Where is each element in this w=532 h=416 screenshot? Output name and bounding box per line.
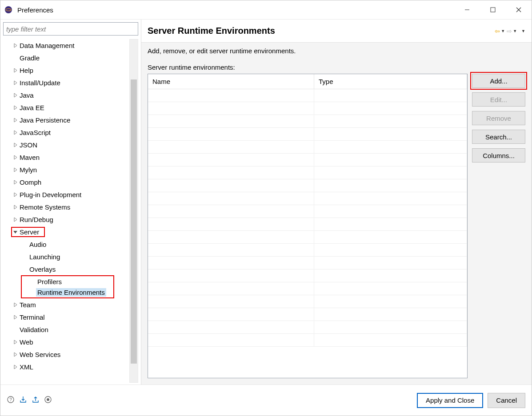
tree-item-plug-in-development[interactable]: Plug-in Development: [3, 188, 129, 201]
search-button[interactable]: Search...: [472, 130, 525, 144]
maximize-button[interactable]: [480, 1, 506, 19]
chevron-right-icon[interactable]: [12, 143, 18, 147]
chevron-right-icon[interactable]: [12, 205, 18, 209]
table-row[interactable]: [148, 154, 467, 166]
nav-forward-menu-icon[interactable]: ▼: [513, 29, 517, 33]
tree-item-oomph[interactable]: Oomph: [3, 176, 129, 188]
chevron-right-icon[interactable]: [12, 365, 18, 369]
tree-item-label: Overlays: [28, 265, 57, 273]
tree-item-team[interactable]: Team: [3, 298, 129, 311]
columns-button[interactable]: Columns...: [472, 148, 525, 162]
export-icon[interactable]: [32, 396, 40, 405]
chevron-down-icon[interactable]: [12, 230, 18, 234]
import-icon[interactable]: [19, 396, 27, 405]
table-row[interactable]: [148, 282, 467, 295]
tree-item-label: Web Services: [18, 350, 62, 359]
chevron-right-icon[interactable]: [12, 303, 18, 307]
minimize-button[interactable]: [454, 1, 480, 19]
chevron-right-icon[interactable]: [12, 68, 18, 72]
table-row[interactable]: [148, 141, 467, 154]
tree-item-web-services[interactable]: Web Services: [3, 348, 129, 361]
table-row[interactable]: [148, 257, 467, 269]
table-row[interactable]: [148, 192, 467, 205]
nav-icons: ⇦ ▼ ⇨ ▼ ▼: [495, 28, 525, 35]
chevron-right-icon[interactable]: [12, 340, 18, 344]
table-row[interactable]: [148, 89, 467, 102]
window-title: Preferences: [17, 6, 53, 14]
tree-item-label: Team: [18, 301, 37, 309]
table-row[interactable]: [148, 179, 467, 192]
table-row[interactable]: [148, 269, 467, 282]
table-row[interactable]: [148, 244, 467, 257]
table-row[interactable]: [148, 205, 467, 218]
runtime-table[interactable]: Name Type: [148, 74, 468, 378]
tree-item-javascript[interactable]: JavaScript: [3, 126, 129, 139]
table-row[interactable]: [148, 102, 467, 115]
chevron-right-icon[interactable]: [12, 44, 18, 48]
tree-item-json[interactable]: JSON: [3, 139, 129, 151]
tree-item-maven[interactable]: Maven: [3, 151, 129, 163]
chevron-right-icon[interactable]: [12, 315, 18, 319]
table-row[interactable]: [148, 231, 467, 244]
tree-item-audio[interactable]: Audio: [3, 238, 129, 250]
table-area: Name Type Add... Edit... Remove Search..…: [148, 74, 525, 378]
column-type[interactable]: Type: [314, 74, 467, 89]
tree-item-run-debug[interactable]: Run/Debug: [3, 213, 129, 226]
table-row[interactable]: [148, 321, 467, 334]
apply-close-button[interactable]: Apply and Close: [417, 393, 483, 408]
table-row[interactable]: [148, 334, 467, 347]
scrollbar-thumb[interactable]: [131, 79, 137, 364]
nav-forward-icon[interactable]: ⇨: [507, 28, 512, 35]
chevron-right-icon[interactable]: [12, 93, 18, 97]
tree-item-help[interactable]: Help: [3, 64, 129, 76]
tree-item-terminal[interactable]: Terminal: [3, 311, 129, 323]
tree-item-install-update[interactable]: Install/Update: [3, 76, 129, 89]
cancel-button[interactable]: Cancel: [488, 393, 525, 408]
table-row[interactable]: [148, 218, 467, 231]
close-button[interactable]: [506, 1, 532, 19]
filter-input[interactable]: [3, 22, 138, 36]
table-row[interactable]: [148, 128, 467, 141]
tree-item-data-management[interactable]: Data Management: [3, 39, 129, 52]
tree-item-remote-systems[interactable]: Remote Systems: [3, 201, 129, 213]
chevron-right-icon[interactable]: [12, 180, 18, 184]
nav-back-menu-icon[interactable]: ▼: [501, 29, 505, 33]
tree-item-mylyn[interactable]: Mylyn: [3, 163, 129, 176]
tree-item-validation[interactable]: Validation: [3, 323, 129, 336]
tree-item-java[interactable]: Java: [3, 89, 129, 101]
chevron-right-icon[interactable]: [12, 193, 18, 197]
tree-item-web[interactable]: Web: [3, 336, 129, 348]
chevron-right-icon[interactable]: [12, 131, 18, 135]
tree-item-java-ee[interactable]: Java EE: [3, 101, 129, 114]
column-name[interactable]: Name: [148, 74, 314, 89]
table-row[interactable]: [148, 166, 467, 179]
tree-item-xml[interactable]: XML: [3, 361, 129, 373]
tree-item-runtime-environments[interactable]: Runtime Environments: [22, 287, 113, 297]
preferences-tree[interactable]: Data ManagementGradleHelpInstall/UpdateJ…: [3, 37, 129, 384]
add-button[interactable]: Add...: [472, 74, 525, 88]
tree-item-profilers[interactable]: Profilers: [22, 276, 113, 287]
chevron-right-icon[interactable]: [12, 168, 18, 172]
tree-item-launching[interactable]: Launching: [3, 250, 129, 263]
chevron-right-icon[interactable]: [12, 218, 18, 222]
table-row[interactable]: [148, 115, 467, 128]
chevron-right-icon[interactable]: [12, 155, 18, 159]
edit-button[interactable]: Edit...: [472, 92, 525, 107]
chevron-right-icon[interactable]: [12, 81, 18, 85]
nav-menu-icon[interactable]: ▼: [521, 29, 525, 33]
tree-scrollbar[interactable]: [129, 39, 138, 383]
tree-item-java-persistence[interactable]: Java Persistence: [3, 114, 129, 126]
tree-item-server[interactable]: Server: [3, 226, 129, 238]
tree-item-label: Validation: [18, 325, 50, 334]
nav-back-icon[interactable]: ⇦: [495, 28, 500, 35]
table-row[interactable]: [148, 308, 467, 321]
chevron-right-icon[interactable]: [12, 106, 18, 110]
help-icon[interactable]: ?: [7, 396, 15, 405]
oomph-record-icon[interactable]: [44, 396, 52, 405]
chevron-right-icon[interactable]: [12, 118, 18, 122]
tree-item-gradle[interactable]: Gradle: [3, 52, 129, 64]
tree-item-overlays[interactable]: Overlays: [3, 263, 129, 275]
table-row[interactable]: [148, 295, 467, 308]
chevron-right-icon[interactable]: [12, 353, 18, 357]
remove-button[interactable]: Remove: [472, 111, 525, 125]
